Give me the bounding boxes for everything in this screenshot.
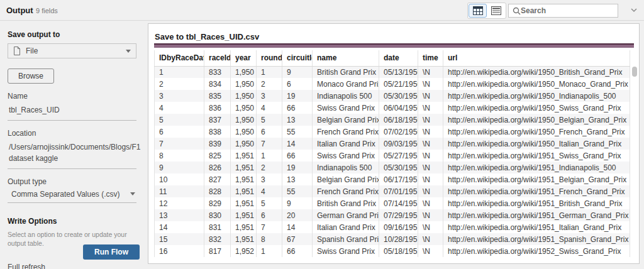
table-cell: 1,950 xyxy=(231,126,257,138)
table-cell: 14 xyxy=(282,221,313,233)
column-header-circuitId[interactable]: circuitId xyxy=(282,50,313,66)
run-flow-button[interactable]: Run Flow xyxy=(83,244,140,260)
table-cell: http://en.wikipedia.org/wiki/1950_Belgia… xyxy=(443,114,630,126)
destination-dropdown[interactable]: File xyxy=(8,43,136,58)
grid-view-button[interactable] xyxy=(469,4,487,18)
output-type-dropdown[interactable]: Comma Separated Values (.csv) xyxy=(8,190,136,203)
table-row[interactable]: 148311,951714Italian Grand Prix09/16/195… xyxy=(155,221,630,233)
name-field[interactable]: tbl_Races_UID xyxy=(8,104,136,121)
table-cell: 1,950 xyxy=(231,102,257,114)
table-cell: 1,950 xyxy=(231,138,257,150)
table-cell: 10/28/1951 xyxy=(379,233,418,245)
table-cell: 13 xyxy=(282,114,313,126)
table-row[interactable]: 38351,950319Indianapolis 50005/30/1950\N… xyxy=(155,90,630,102)
table-cell: 55 xyxy=(282,126,313,138)
list-view-button[interactable] xyxy=(487,4,505,18)
table-row[interactable]: 108271,951313Belgian Grand Prix06/17/195… xyxy=(155,173,630,185)
table-cell: 1 xyxy=(257,150,282,162)
chevron-down-icon xyxy=(126,50,131,53)
collapse-chevron-icon[interactable] xyxy=(630,6,640,16)
table-cell: 7 xyxy=(155,138,204,150)
table-cell: 1 xyxy=(155,66,204,78)
table-cell: 1,951 xyxy=(231,209,257,221)
table-row[interactable]: 18331,95019British Grand Prix05/13/1950\… xyxy=(155,66,630,78)
table-cell: 835 xyxy=(204,90,231,102)
browse-button[interactable]: Browse xyxy=(8,69,54,84)
table-cell: 06/04/1950 xyxy=(379,102,418,114)
vertical-scrollbar[interactable] xyxy=(632,67,637,77)
table-cell: \N xyxy=(418,150,443,162)
table-cell: French Grand Prix xyxy=(313,185,379,197)
table-cell: 07/14/1951 xyxy=(379,197,418,209)
table-cell: \N xyxy=(418,138,443,150)
table-cell: 836 xyxy=(204,102,231,114)
table-cell: \N xyxy=(418,197,443,209)
table-row[interactable]: 48361,950466Swiss Grand Prix06/04/1950\N… xyxy=(155,102,630,114)
table-cell: 5 xyxy=(155,114,204,126)
column-header-date[interactable]: date xyxy=(379,50,418,66)
location-label: Location xyxy=(8,129,136,138)
table-cell: French Grand Prix xyxy=(313,126,379,138)
table-cell: 1,951 xyxy=(231,162,257,173)
table-row[interactable]: 58371,950513Belgian Grand Prix06/18/1950… xyxy=(155,114,630,126)
table-cell: Belgian Grand Prix xyxy=(313,173,379,185)
table-cell: 829 xyxy=(204,197,231,209)
table-row[interactable]: 88251,951166Swiss Grand Prix05/27/1951\N… xyxy=(155,150,630,162)
table-cell: 66 xyxy=(282,102,313,114)
table-cell: 05/18/1952 xyxy=(379,245,418,257)
column-header-round[interactable]: round xyxy=(257,50,282,66)
table-cell: http://en.wikipedia.org/wiki/1951_Italia… xyxy=(443,221,630,233)
table-cell: 8 xyxy=(155,150,204,162)
location-field[interactable]: /Users/arnojissink/Documents/Blogs/F1 da… xyxy=(8,141,136,169)
table-cell: 05/13/1950 xyxy=(379,66,418,78)
table-cell: 14 xyxy=(155,221,204,233)
table-cell: 9 xyxy=(282,66,313,78)
table-cell: 827 xyxy=(204,173,231,185)
column-header-year[interactable]: year xyxy=(231,50,257,66)
table-row[interactable]: 68381,950655French Grand Prix07/02/1950\… xyxy=(155,126,630,138)
column-header-url[interactable]: url xyxy=(443,50,630,66)
table-cell: http://en.wikipedia.org/wiki/1950_Swiss_… xyxy=(443,102,630,114)
write-options-label: Write Options xyxy=(8,217,136,226)
column-header-time[interactable]: time xyxy=(418,50,443,66)
table-cell: 833 xyxy=(204,66,231,78)
table-cell: \N xyxy=(418,78,443,90)
column-header-name[interactable]: name xyxy=(313,50,379,66)
table-cell: 1 xyxy=(257,245,282,257)
table-cell: Spanish Grand Prix xyxy=(313,233,379,245)
preview-table-body: 18331,95019British Grand Prix05/13/1950\… xyxy=(155,66,630,257)
table-cell: 1,951 xyxy=(231,233,257,245)
table-cell: 6 xyxy=(257,209,282,221)
column-header-raceId[interactable]: raceId xyxy=(204,50,231,66)
table-cell: 817 xyxy=(204,245,231,257)
table-row[interactable]: 158321,951867Spanish Grand Prix10/28/195… xyxy=(155,233,630,245)
table-cell: Monaco Grand Prix xyxy=(313,78,379,90)
table-cell: 7 xyxy=(257,138,282,150)
table-row[interactable]: 98261,951219Indianapolis 50005/30/1951\N… xyxy=(155,162,630,173)
output-type-label: Output type xyxy=(8,177,136,186)
table-cell: 05/27/1951 xyxy=(379,150,418,162)
table-row[interactable]: 118281,951455French Grand Prix07/01/1951… xyxy=(155,185,630,197)
column-header-IDbyRaceDate[interactable]: IDbyRaceDate xyxy=(155,50,204,66)
table-row[interactable]: 168171,952166Swiss Grand Prix05/18/1952\… xyxy=(155,245,630,257)
table-cell: http://en.wikipedia.org/wiki/1950_French… xyxy=(443,126,630,138)
table-row[interactable]: 28341,95026Monaco Grand Prix05/21/1950\N… xyxy=(155,78,630,90)
table-row[interactable]: 78391,950714Italian Grand Prix09/03/1950… xyxy=(155,138,630,150)
table-cell: 1,951 xyxy=(231,150,257,162)
search-input[interactable] xyxy=(521,6,614,15)
table-cell: 4 xyxy=(155,102,204,114)
table-row[interactable]: 138301,951620German Grand Prix07/29/1951… xyxy=(155,209,630,221)
table-cell: \N xyxy=(418,245,443,257)
fields-count: 9 fields xyxy=(36,7,58,14)
table-row[interactable]: 128291,95159British Grand Prix07/14/1951… xyxy=(155,197,630,209)
table-cell: Italian Grand Prix xyxy=(313,221,379,233)
search-box xyxy=(508,4,618,18)
table-cell: 15 xyxy=(155,233,204,245)
table-cell: http://en.wikipedia.org/wiki/1950_Italia… xyxy=(443,138,630,150)
table-cell: 5 xyxy=(257,197,282,209)
table-cell: Swiss Grand Prix xyxy=(313,102,379,114)
table-cell: http://en.wikipedia.org/wiki/1951_German… xyxy=(443,209,630,221)
table-cell: 07/02/1950 xyxy=(379,126,418,138)
table-cell: 12 xyxy=(155,197,204,209)
table-cell: 4 xyxy=(257,102,282,114)
